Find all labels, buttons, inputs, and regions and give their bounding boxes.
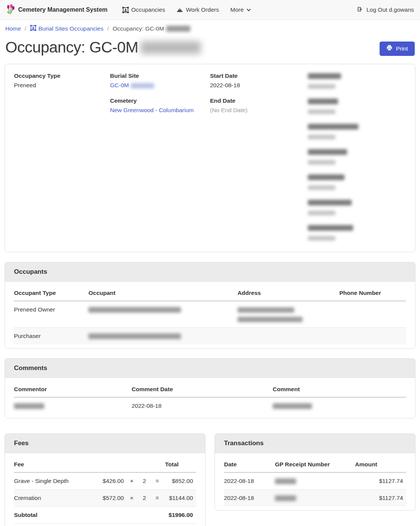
- comments-card: Comments Commentor Comment Date Comment …: [5, 358, 415, 418]
- table-row: 2022-08-18: [14, 397, 406, 414]
- transactions-card-title: Transactions: [215, 434, 415, 453]
- breadcrumb-home-link[interactable]: Home: [5, 25, 21, 32]
- transactions-table: Date GP Receipt Number Amount 2022-08-18…: [224, 456, 406, 506]
- fees-card-title: Fees: [5, 434, 205, 453]
- breadcrumb-occupancies-link[interactable]: Burial Sites Occupancies: [30, 25, 103, 32]
- redacted-text: [166, 26, 190, 32]
- breadcrumb-separator: /: [107, 25, 109, 32]
- redacted-field: [308, 148, 406, 165]
- breadcrumb-current-label: Occupancy: GC-0M: [113, 25, 164, 32]
- redacted-text: [308, 149, 347, 155]
- column-header: GP Receipt Number: [275, 456, 355, 472]
- print-button-label: Print: [396, 45, 408, 52]
- comments-card-title: Comments: [5, 359, 415, 378]
- subtotal-row: Subtotal $1996.00: [14, 507, 196, 524]
- details-column-3: Start Date 2022-08-18 End Date (No End D…: [210, 72, 308, 250]
- logout-label: Log Out d.gowans: [366, 6, 414, 13]
- column-header: Occupant: [88, 285, 237, 301]
- transaction-date-cell: 2022-08-18: [224, 472, 275, 490]
- cemetery-link[interactable]: New Greenwood - Columbarium: [110, 107, 193, 113]
- nav-item-label: More: [230, 6, 244, 13]
- column-header: [140, 456, 153, 472]
- column-header: Date: [224, 456, 275, 472]
- table-row: Cremation $572.00 × 2 = $1144.00: [14, 490, 196, 507]
- column-header: [94, 456, 127, 472]
- portrait-frame-icon: [122, 7, 129, 13]
- breadcrumb-separator: /: [25, 25, 26, 32]
- column-header: Comment Date: [131, 381, 273, 397]
- table-row: Purchaser: [14, 328, 406, 345]
- redacted-text: [308, 73, 341, 79]
- app-title: Cemetery Management System: [18, 6, 108, 13]
- field-label: Start Date: [210, 72, 308, 79]
- transaction-amount-cell: $1127.74: [355, 490, 406, 507]
- page-title-text: Occupancy: GC-0M: [5, 39, 138, 56]
- fee-qty-cell: 2: [140, 490, 153, 507]
- tulip-logo-icon: [6, 4, 15, 16]
- app-brand[interactable]: Cemetery Management System: [6, 4, 108, 16]
- equals-symbol: =: [152, 490, 165, 507]
- burial-site-link[interactable]: GC-0M: [110, 82, 129, 88]
- details-column-4-redacted: [308, 72, 406, 250]
- hard-hat-icon: [176, 7, 183, 13]
- tax-row: Tax $259.48: [14, 524, 196, 526]
- field-end-date: End Date (No End Date): [210, 97, 308, 114]
- redacted-text: [275, 478, 296, 484]
- tax-value: $259.48: [165, 524, 196, 526]
- transaction-amount-cell: $1127.74: [355, 472, 406, 490]
- redacted-text: [88, 333, 181, 339]
- equals-symbol: =: [152, 472, 165, 490]
- field-cemetery: Cemetery New Greenwood - Columbarium: [110, 97, 210, 114]
- column-header: Comment: [273, 381, 406, 397]
- occupants-table: Occupant Type Occupant Address Phone Num…: [14, 285, 406, 344]
- breadcrumb-occupancies-label: Burial Sites Occupancies: [39, 25, 103, 32]
- redacted-text: [308, 185, 335, 190]
- column-header: Amount: [355, 456, 406, 472]
- redacted-text: [308, 84, 335, 89]
- print-button[interactable]: Print: [380, 42, 415, 56]
- redacted-text: [308, 211, 335, 215]
- table-row: Grave - Single Depth $426.00 × 2 = $852.…: [14, 472, 196, 490]
- nav-item-occupancies[interactable]: Occupancies: [117, 6, 171, 13]
- comment-cell: [273, 397, 406, 414]
- fees-table: Fee Total Grave - Single Depth $426.00 ×…: [14, 456, 196, 526]
- nav-item-more[interactable]: More: [225, 6, 257, 13]
- logout-button[interactable]: Log Out d.gowans: [357, 6, 414, 14]
- redacted-text: [308, 110, 335, 114]
- redacted-field: [308, 199, 406, 216]
- transaction-date-cell: 2022-08-18: [224, 490, 275, 507]
- transactions-card: Transactions Date GP Receipt Number Amou…: [215, 433, 415, 511]
- logout-icon: [357, 6, 363, 14]
- nav-item-label: Occupancies: [131, 6, 165, 13]
- redacted-text: [308, 174, 344, 180]
- address-cell: [238, 328, 340, 345]
- redacted-text: [238, 307, 294, 313]
- occupant-type-cell: Purchaser: [14, 328, 88, 345]
- field-label: Cemetery: [110, 97, 210, 104]
- nav-item-work-orders[interactable]: Work Orders: [171, 6, 225, 13]
- page-header: Occupancy: GC-0M Print: [0, 36, 420, 64]
- column-header: Total: [165, 456, 196, 472]
- column-header: Fee: [14, 456, 94, 472]
- redacted-text: [308, 99, 338, 104]
- occupant-type-cell: Preneed Owner: [14, 301, 88, 328]
- redacted-text: [275, 495, 296, 501]
- occupant-cell: [88, 328, 237, 345]
- redacted-text: [308, 225, 353, 231]
- column-header: Commentor: [14, 381, 131, 397]
- fee-qty-cell: 2: [140, 472, 153, 490]
- fee-unit-cell: $426.00: [94, 472, 127, 490]
- tax-label: Tax: [14, 524, 165, 526]
- column-header: [127, 456, 140, 472]
- occupants-card: Occupants Occupant Type Occupant Address…: [5, 262, 415, 349]
- redacted-text: [308, 160, 335, 165]
- occupants-card-title: Occupants: [5, 262, 415, 282]
- redacted-field: [308, 224, 406, 241]
- redacted-text: [238, 317, 303, 322]
- nav-links: Occupancies Work Orders More: [117, 6, 257, 13]
- address-cell: [238, 301, 340, 328]
- chevron-down-icon: [246, 8, 251, 12]
- fees-card: Fees Fee Total Grave - Single Depth: [5, 433, 205, 526]
- redacted-field: [308, 174, 406, 191]
- breadcrumb: Home / Burial Sites Occupancies / Occupa…: [0, 20, 420, 36]
